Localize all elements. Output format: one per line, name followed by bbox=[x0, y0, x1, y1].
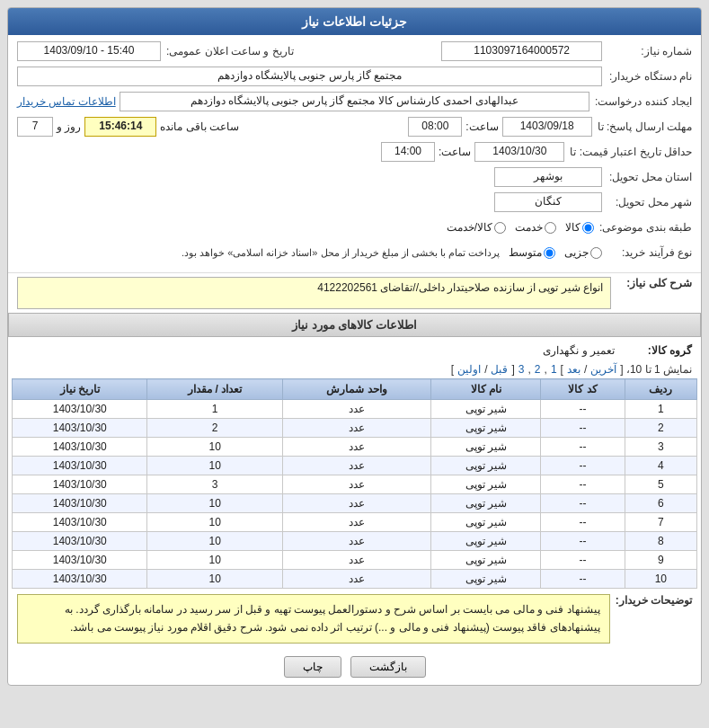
note-container: توضیحات خریدار: پیشنهاد فنی و مالی می با… bbox=[17, 594, 692, 644]
info-section: شماره نیاز: 1103097164000572 تاریخ و ساع… bbox=[8, 35, 701, 273]
shomareNiaz-label: شماره نیاز: bbox=[602, 45, 692, 58]
noeFarayand-jozi-label: جزیی bbox=[564, 246, 589, 259]
note-label: توضیحات خریدار: bbox=[610, 594, 692, 607]
row-mohlat: مهلت ارسال پاسخ: تا 1403/09/18 ساعت: 08:… bbox=[17, 116, 692, 138]
row-shahr: شهر محل تحویل: کنگان bbox=[17, 191, 692, 213]
table-row: 6--شیر توپیعدد101403/10/30 bbox=[13, 494, 697, 513]
mohlat-remaining: 15:46:14 bbox=[84, 117, 156, 137]
noeFarayand-motavasset-item: متوسط bbox=[509, 246, 555, 259]
pagination-3-link[interactable]: 3 bbox=[518, 363, 525, 376]
kala-table: ردیف کد کالا نام کالا واحد شمارش تعداد /… bbox=[12, 378, 697, 589]
grohe-label: گروه کالا: bbox=[620, 344, 692, 357]
mohlat-rooz: 7 bbox=[17, 117, 53, 137]
sherh-row: شرح کلی نیاز: انواع شیر توپی از سازنده ص… bbox=[8, 277, 701, 309]
table-row: 8--شیر توپیعدد101403/10/30 bbox=[13, 532, 697, 551]
shomareNiaz-value: 1103097164000572 bbox=[441, 41, 602, 61]
ijadKonande-label: ایجاد کننده درخواست: bbox=[589, 95, 692, 108]
mohlat-saat-label: ساعت: bbox=[465, 120, 498, 133]
tabaqe-kala-radio[interactable] bbox=[582, 222, 594, 234]
hadaqal-saat: 14:00 bbox=[381, 142, 435, 162]
pagination-akharin-link[interactable]: آخرین bbox=[590, 363, 616, 376]
noeFarayand-motavasset-label: متوسط bbox=[509, 246, 542, 259]
namDastgah-value: مجتمع گاز پارس جنوبی پالایشگاه دوازدهم bbox=[17, 67, 602, 86]
pagination-row: نمایش 1 تا 10، [ آخرین / بعد ] 1 , 2 , 3… bbox=[8, 360, 701, 378]
noeFarayand-label: نوع فرآیند خرید: bbox=[602, 246, 692, 259]
tabaqe-kala-label: کالا bbox=[565, 221, 580, 234]
tarikh-value: 1403/09/10 - 15:40 bbox=[17, 41, 161, 61]
pagination-bad-link[interactable]: بعد bbox=[567, 363, 580, 376]
pagination-2-link[interactable]: 2 bbox=[535, 363, 541, 376]
mohlat-remaining-label: ساعت باقی مانده bbox=[160, 120, 239, 133]
pagination-qabl-link[interactable]: قبل bbox=[491, 363, 508, 376]
mohlat-saat: 08:00 bbox=[408, 117, 462, 137]
tabaqe-label: طبقه بندی موضوعی: bbox=[594, 221, 692, 234]
panel-header: جزئیات اطلاعات نیاز bbox=[8, 8, 701, 35]
note-text: پیشنهاد فنی و مالی می بایست بر اساس شرح … bbox=[17, 594, 610, 644]
row-tabaqe: طبقه بندی موضوعی: کالا خدمت کالا/خدمت bbox=[17, 217, 692, 238]
col-tarikh: تاریخ نیاز bbox=[13, 379, 147, 400]
bazgasht-button[interactable]: بازگشت bbox=[350, 656, 426, 678]
col-vahad: واحد شمارش bbox=[282, 379, 430, 400]
row-ijadKonande: ایجاد کننده درخواست: عبدالهادی احمدی کار… bbox=[17, 91, 692, 112]
pagination-avalin-link[interactable]: اولین bbox=[457, 363, 481, 376]
noeFarayand-radiogroup: جزیی متوسط bbox=[509, 246, 602, 259]
grohe-row: گروه کالا: تعمیر و نگهداری bbox=[8, 341, 701, 360]
noeFarayand-motavasset-radio[interactable] bbox=[544, 247, 555, 259]
table-container: ردیف کد کالا نام کالا واحد شمارش تعداد /… bbox=[8, 378, 701, 589]
row-namDastgah: نام دستگاه خریدار: مجتمع گاز پارس جنوبی … bbox=[17, 66, 692, 87]
mohlat-label: مهلت ارسال پاسخ: تا bbox=[592, 120, 692, 133]
row-shomareNiaz: شماره نیاز: 1103097164000572 تاریخ و ساع… bbox=[17, 40, 692, 62]
col-nam: نام کالا bbox=[431, 379, 541, 400]
tabaqe-khadamat-radio[interactable] bbox=[545, 222, 556, 234]
table-row: 5--شیر توپیعدد31403/10/30 bbox=[13, 475, 697, 494]
row-ostan: استان محل تحویل: بوشهر bbox=[17, 166, 692, 188]
tabaqe-kala-khadamat-radio[interactable] bbox=[494, 222, 506, 234]
ijadKonande-value: عبدالهادی احمدی کارشناس کالا مجتمع گاز پ… bbox=[120, 92, 589, 111]
info-kala-title: اطلاعات کالاهای مورد نیاز bbox=[8, 313, 701, 337]
etelaat-link[interactable]: اطلاعات تماس خریدار bbox=[17, 95, 116, 108]
noeFarayand-jozi-radio[interactable] bbox=[590, 247, 602, 259]
button-row: بازگشت چاپ bbox=[8, 649, 701, 685]
panel-title: جزئیات اطلاعات نیاز bbox=[302, 14, 407, 29]
pagination-1-link[interactable]: 1 bbox=[551, 363, 557, 376]
table-row: 3--شیر توپیعدد101403/10/30 bbox=[13, 438, 697, 457]
hadaqal-saat-label: ساعت: bbox=[439, 146, 471, 158]
table-row: 2--شیر توپیعدد21403/10/30 bbox=[13, 419, 697, 438]
table-row: 7--شیر توپیعدد101403/10/30 bbox=[13, 513, 697, 532]
noeFarayand-note: پرداخت تمام با بخشی از مبلغ خریدار از مح… bbox=[182, 247, 500, 259]
sherh-label: شرح کلی نیاز: bbox=[611, 277, 692, 289]
noeFarayand-jozi-item: جزیی bbox=[564, 246, 602, 259]
tabaqe-khadamat-label: خدمت bbox=[515, 221, 543, 234]
pagination-text-start: نمایش 1 تا 10، [ bbox=[620, 363, 692, 376]
row-noeFarayand: نوع فرآیند خرید: جزیی متوسط پرداخت تمام … bbox=[17, 242, 692, 263]
tarikh-label: تاریخ و ساعت اعلان عمومی: bbox=[161, 45, 294, 58]
row-hadaqal: حداقل تاریخ اعتبار قیمت: تا 1403/10/30 س… bbox=[17, 141, 692, 163]
table-row: 9--شیر توپیعدد101403/10/30 bbox=[13, 551, 697, 570]
ostan-label: استان محل تحویل: bbox=[602, 171, 692, 183]
col-tedad: تعداد / مقدار bbox=[147, 379, 282, 400]
tabaqe-kala-khadamat-item: کالا/خدمت bbox=[447, 221, 506, 234]
hadaqal-date: 1403/10/30 bbox=[474, 142, 564, 162]
chap-button[interactable]: چاپ bbox=[284, 656, 341, 678]
mohlat-rooz-label: روز و bbox=[57, 120, 81, 133]
tabaqe-kala-item: کالا bbox=[565, 221, 594, 234]
col-kod: کد کالا bbox=[541, 379, 625, 400]
tabaqe-khadamat-item: خدمت bbox=[515, 221, 556, 234]
table-row: 10--شیر توپیعدد101403/10/30 bbox=[13, 570, 697, 589]
sherh-value: انواع شیر توپی از سازنده صلاحیتدار داخلی… bbox=[17, 277, 611, 309]
shahr-value: کنگان bbox=[494, 192, 602, 212]
ostan-value: بوشهر bbox=[494, 167, 602, 187]
namDastgah-label: نام دستگاه خریدار: bbox=[602, 70, 692, 83]
table-row: 4--شیر توپیعدد101403/10/30 bbox=[13, 457, 697, 475]
table-row: 1--شیر توپیعدد11403/10/30 bbox=[13, 400, 697, 419]
grohe-value: تعمیر و نگهداری bbox=[543, 344, 615, 357]
hadaqal-label: حداقل تاریخ اعتبار قیمت: تا bbox=[564, 146, 692, 158]
tabaqe-radiogroup: کالا خدمت کالا/خدمت bbox=[447, 221, 594, 234]
mohlat-date: 1403/09/18 bbox=[502, 117, 592, 137]
tabaqe-kala-khadamat-label: کالا/خدمت bbox=[447, 221, 492, 234]
shahr-label: شهر محل تحویل: bbox=[602, 196, 692, 209]
col-radif: ردیف bbox=[625, 379, 696, 400]
